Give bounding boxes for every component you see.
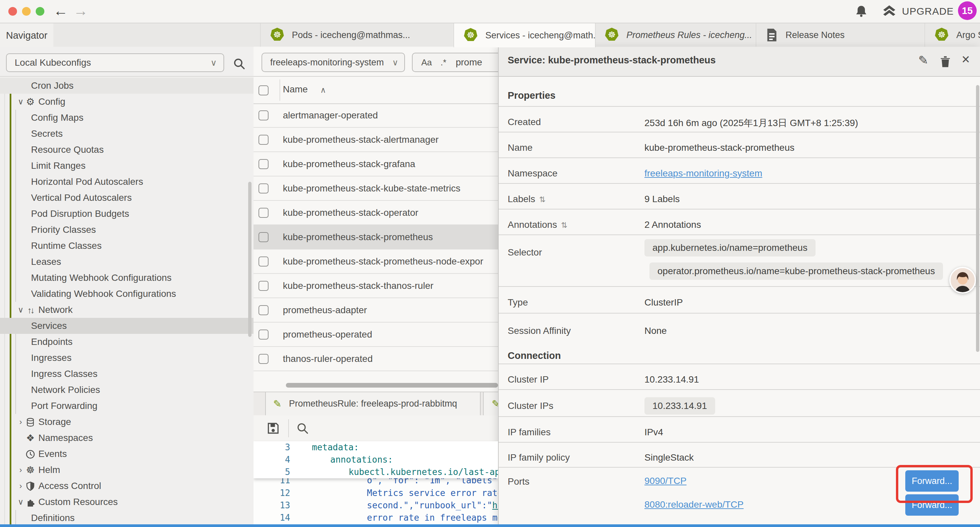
- port-link-8080-reloader-web-tcp[interactable]: 8080:reloader-web/TCP: [644, 499, 743, 510]
- chevron-right-icon[interactable]: ›: [16, 417, 26, 427]
- editor-search-icon[interactable]: [296, 422, 310, 436]
- kubeconfig-selector[interactable]: Local Kubeconfigs ∨: [6, 53, 224, 72]
- tab-prometheus-rules-icecheng[interactable]: ☸Prometheus Rules - icecheng...: [595, 23, 756, 47]
- namespace-link[interactable]: freeleaps-monitoring-system: [644, 168, 762, 179]
- back-arrow-icon[interactable]: ←: [53, 3, 68, 19]
- tab-services-icecheng-math[interactable]: ☸Services - icecheng@math...×: [453, 23, 595, 47]
- notification-count-badge[interactable]: 15: [958, 2, 977, 20]
- name-column-header[interactable]: Name: [283, 84, 308, 95]
- sidebar-item-validating-webhook-configurations[interactable]: Validating Webhook Configurations: [0, 286, 253, 302]
- sidebar-search-icon[interactable]: [233, 57, 246, 72]
- chevron-right-icon[interactable]: ›: [16, 465, 26, 474]
- yaml-editor[interactable]: 3metadata:4annotations:5kubectl.kubernet…: [253, 441, 498, 524]
- sidebar-item-horizontal-pod-autoscalers[interactable]: Horizontal Pod Autoscalers: [0, 174, 253, 190]
- editor-tab-prometheusrule[interactable]: ✎ PrometheusRule: freeleaps-prod-rabbitm…: [265, 392, 480, 415]
- sidebar-item-vertical-pod-autoscalers[interactable]: Vertical Pod Autoscalers: [0, 190, 253, 206]
- tab-release-notes[interactable]: Release Notes: [756, 23, 925, 47]
- sidebar-item-priority-classes[interactable]: Priority Classes: [0, 222, 253, 238]
- notifications-bell-icon[interactable]: [854, 4, 869, 20]
- sidebar-item-network[interactable]: ∨↑↓Network: [0, 302, 253, 318]
- horizontal-scrollbar[interactable]: [286, 383, 498, 388]
- service-row-kube-prometheus-stack-prometheus-node-expor[interactable]: kube-prometheus-stack-prometheus-node-ex…: [253, 250, 498, 274]
- detail-scrollbar[interactable]: [976, 85, 979, 352]
- sort-icon[interactable]: ⇅: [539, 195, 546, 204]
- chevron-down-icon[interactable]: ∨: [16, 497, 26, 507]
- port-link-9090-tcp[interactable]: 9090/TCP: [644, 476, 686, 486]
- service-row-kube-prometheus-stack-kube-state-metrics[interactable]: kube-prometheus-stack-kube-state-metrics: [253, 177, 498, 201]
- service-row-alertmanager-operated[interactable]: alertmanager-operated: [253, 103, 498, 128]
- select-all-checkbox[interactable]: [259, 85, 269, 96]
- sidebar-item-storage[interactable]: ›Storage: [0, 414, 253, 430]
- sidebar-item-endpoints[interactable]: Endpoints: [0, 334, 253, 350]
- tab-argo-se[interactable]: ☸Argo Se: [924, 23, 980, 47]
- edit-pencil-icon[interactable]: ✎: [918, 53, 928, 67]
- save-icon[interactable]: [266, 421, 280, 436]
- sidebar-item-helm[interactable]: ›☸Helm: [0, 462, 253, 478]
- sidebar-item-access-control[interactable]: ›Access Control: [0, 478, 253, 494]
- row-checkbox[interactable]: [259, 354, 269, 364]
- detail-row-annotations: Annotations⇅2 Annotations: [499, 209, 980, 235]
- row-checkbox[interactable]: [259, 281, 269, 291]
- row-checkbox[interactable]: [259, 135, 269, 145]
- service-row-prometheus-operated[interactable]: prometheus-operated: [253, 323, 498, 347]
- service-row-kube-prometheus-stack-alertmanager[interactable]: kube-prometheus-stack-alertmanager: [253, 128, 498, 152]
- regex-toggle[interactable]: .*: [441, 57, 446, 68]
- chevron-down-icon[interactable]: ∨: [16, 305, 26, 315]
- sidebar-item-mutating-webhook-configurations[interactable]: Mutating Webhook Configurations: [0, 270, 253, 286]
- sidebar-item-config-maps[interactable]: Config Maps: [0, 110, 253, 126]
- code-line: 13second.","runbook_url":"https://net: [253, 499, 498, 512]
- zoom-window-button[interactable]: [36, 7, 45, 16]
- search-filter-input[interactable]: Aa .* prome: [412, 53, 498, 72]
- user-avatar[interactable]: [949, 267, 976, 293]
- service-row-prometheus-adapter[interactable]: prometheus-adapter: [253, 298, 498, 323]
- service-row-thanos-ruler-operated[interactable]: thanos-ruler-operated: [253, 347, 498, 371]
- row-checkbox[interactable]: [259, 159, 269, 169]
- sidebar-item-custom-resources[interactable]: ∨Custom Resources: [0, 494, 253, 510]
- sidebar-item-leases[interactable]: Leases: [0, 254, 253, 270]
- tab-navigator[interactable]: Navigator: [0, 23, 53, 47]
- sidebar-item-ingresses[interactable]: Ingresses: [0, 350, 253, 366]
- sidebar-item-namespaces[interactable]: ❖Namespaces: [0, 430, 253, 446]
- forward-arrow-icon[interactable]: →: [73, 3, 88, 19]
- row-checkbox[interactable]: [259, 256, 269, 266]
- row-checkbox[interactable]: [259, 110, 269, 120]
- delete-trash-icon[interactable]: [940, 56, 951, 71]
- sort-icon[interactable]: ⇅: [561, 221, 567, 229]
- sidebar-item-runtime-classes[interactable]: Runtime Classes: [0, 238, 253, 254]
- sidebar-item-resource-quotas[interactable]: Resource Quotas: [0, 142, 253, 158]
- chevron-right-icon[interactable]: ›: [16, 481, 26, 490]
- row-checkbox[interactable]: [259, 330, 269, 339]
- sidebar-scrollbar[interactable]: [248, 182, 251, 337]
- service-row-kube-prometheus-stack-operator[interactable]: kube-prometheus-stack-operator: [253, 201, 498, 225]
- upgrade-button[interactable]: UPGRADE: [881, 3, 954, 19]
- minimize-window-button[interactable]: [22, 7, 31, 16]
- service-row-kube-prometheus-stack-thanos-ruler[interactable]: kube-prometheus-stack-thanos-ruler: [253, 274, 498, 298]
- sidebar-item-cron-jobs[interactable]: Cron Jobs: [0, 78, 253, 94]
- sidebar-item-config[interactable]: ∨⚙Config: [0, 94, 253, 110]
- detail-panel-header: Service: kube-prometheus-stack-prometheu…: [499, 47, 980, 77]
- sidebar-item-secrets[interactable]: Secrets: [0, 126, 253, 142]
- sidebar-item-limit-ranges[interactable]: Limit Ranges: [0, 158, 253, 174]
- close-window-button[interactable]: [8, 7, 17, 16]
- row-checkbox[interactable]: [259, 232, 269, 242]
- close-icon[interactable]: ×: [962, 51, 970, 67]
- service-row-kube-prometheus-stack-grafana[interactable]: kube-prometheus-stack-grafana: [253, 152, 498, 177]
- sidebar-item-ingress-classes[interactable]: Ingress Classes: [0, 366, 253, 382]
- namespaces-icon: ❖: [26, 433, 35, 443]
- tab-pods-icecheng-mathmas[interactable]: ☸Pods - icecheng@mathmas...: [260, 23, 454, 47]
- namespace-selector[interactable]: freeleaps-monitoring-system ∨: [261, 53, 405, 72]
- row-checkbox[interactable]: [259, 305, 269, 315]
- sidebar-item-services[interactable]: Services: [0, 318, 253, 334]
- sidebar-item-pod-disruption-budgets[interactable]: Pod Disruption Budgets: [0, 206, 253, 222]
- service-row-kube-prometheus-stack-prometheus[interactable]: kube-prometheus-stack-prometheus: [253, 225, 498, 250]
- sidebar-item-port-forwarding[interactable]: Port Forwarding: [0, 398, 253, 414]
- editor-tab-partial[interactable]: ✎: [483, 392, 498, 415]
- match-case-toggle[interactable]: Aa: [421, 57, 432, 68]
- chevron-down-icon[interactable]: ∨: [16, 97, 26, 107]
- sidebar-item-events[interactable]: Events: [0, 446, 253, 462]
- row-checkbox[interactable]: [259, 183, 269, 193]
- sidebar-item-definitions[interactable]: Definitions: [0, 510, 253, 526]
- code-line: 12Metrics service error rate is {{ $va: [253, 487, 498, 499]
- row-checkbox[interactable]: [259, 208, 269, 218]
- sidebar-item-network-policies[interactable]: Network Policies: [0, 382, 253, 398]
